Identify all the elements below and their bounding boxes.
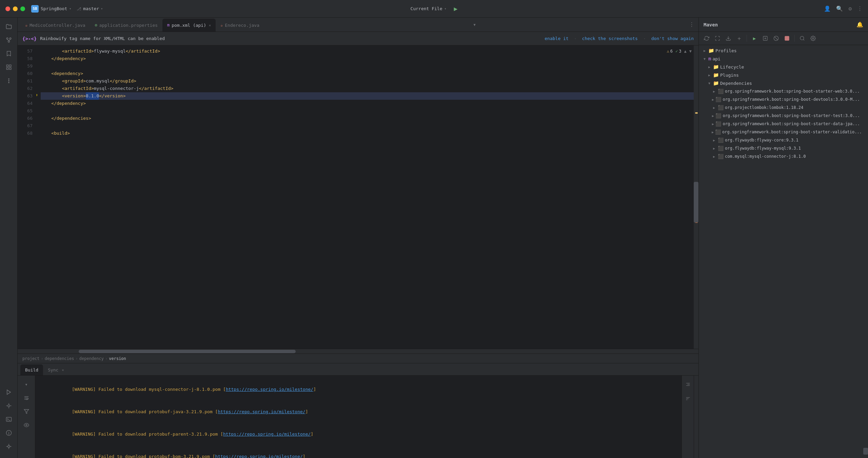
tree-dep-1[interactable]: ▶ ⬛ org.springframework.boot:spring-boot… [699, 87, 863, 95]
sidebar-item-more[interactable] [3, 75, 15, 87]
code-line-57[interactable]: <artifactId>flyway-mysql</artifactId> [41, 47, 694, 55]
log-link-1[interactable]: https://repo.spring.io/milestone/ [226, 387, 313, 392]
tree-dep-6[interactable]: ▶ ⬛ org.springframework.boot:spring-boot… [699, 128, 863, 136]
sidebar-item-folder[interactable] [3, 20, 15, 33]
code-content[interactable]: ⚠ 6 ✓ 3 ▲ ▼ <artifactId>flyway-mysql</ar… [37, 45, 694, 349]
dep3-icon: ⬛ [718, 105, 724, 110]
code-line-59[interactable] [41, 62, 694, 70]
bottom-tab-sync-close[interactable]: ✕ [62, 368, 64, 372]
maven-run-button[interactable]: ▶ [750, 34, 759, 43]
tree-item-plugins[interactable]: ▶ 📁 Plugins [699, 71, 863, 79]
code-line-64[interactable]: </dependency> [41, 100, 694, 107]
sidebar-item-problems[interactable] [3, 427, 15, 439]
sidebar-item-terminal[interactable] [3, 413, 15, 425]
maven-scroll-thumb[interactable] [863, 448, 868, 455]
bottom-tab-build[interactable]: Build [20, 364, 43, 375]
close-window-button[interactable] [5, 6, 10, 11]
log-line-1: [WARNING] Failed to download mysql-conne… [40, 378, 677, 401]
code-line-63[interactable]: 💡 <version>8.1.0</version> [41, 92, 694, 100]
bottom-align-right-icon[interactable] [682, 378, 694, 390]
tree-dep-8[interactable]: ▶ ⬛ org.flywaydb:flyway-mysql:9.3.1 [699, 144, 863, 152]
maven-expand-button[interactable] [713, 34, 722, 43]
tab-pom-close-button[interactable]: ✕ [209, 23, 211, 27]
maven-skip-button[interactable] [772, 34, 781, 43]
notification-screenshots-link[interactable]: check the screenshots [582, 36, 638, 41]
sidebar-item-run[interactable] [3, 386, 15, 398]
log-link-2[interactable]: https://repo.spring.io/milestone/ [218, 409, 305, 414]
bottom-wrap-icon[interactable] [20, 392, 33, 404]
code-line-67[interactable] [41, 122, 694, 130]
breadcrumb-version[interactable]: version [109, 356, 126, 361]
tree-dep-4[interactable]: ▶ ⬛ org.springframework.boot:spring-boot… [699, 112, 863, 120]
notification-dont-show-link[interactable]: don't show again [651, 36, 694, 41]
tab-medico[interactable]: ☕ MedicoController.java [20, 19, 90, 32]
tree-item-dependencies[interactable]: ▼ 📁 Dependencies [699, 79, 863, 87]
sidebar-item-structure[interactable] [3, 61, 15, 73]
tree-dep-7[interactable]: ▶ ⬛ org.flywaydb:flyway-core:9.3.1 [699, 136, 863, 144]
code-line-68[interactable]: <build> [41, 130, 694, 137]
sidebar-item-git[interactable] [3, 440, 15, 453]
bottom-panel: Build Sync ✕ ▾ [18, 363, 698, 458]
tree-item-profiles[interactable]: ▶ 📁 Profiles [699, 46, 863, 55]
settings-icon[interactable]: ⚙ [848, 5, 852, 12]
tree-dep-9[interactable]: ▶ ⬛ com.mysql:mysql-connector-j:8.1.0 [699, 152, 863, 160]
tree-dep-5[interactable]: ▶ ⬛ org.springframework.boot:spring-boot… [699, 120, 863, 128]
more-icon[interactable]: ⋮ [857, 5, 863, 12]
bottom-tab-sync[interactable]: Sync ✕ [43, 364, 68, 375]
tab-application[interactable]: ⚙ application.properties [90, 19, 162, 32]
h-scroll-thumb[interactable] [79, 350, 296, 353]
scroll-thumb[interactable] [694, 182, 698, 223]
sidebar-item-bookmark[interactable] [3, 47, 15, 60]
bottom-eye-icon[interactable] [20, 419, 33, 431]
maven-refresh-button[interactable] [702, 34, 711, 43]
code-line-58[interactable]: </dependency> [41, 55, 694, 62]
breadcrumb-dependencies[interactable]: dependencies [45, 356, 74, 361]
svg-rect-14 [6, 417, 11, 421]
maximize-window-button[interactable] [20, 6, 25, 11]
maven-execute-button[interactable] [761, 34, 770, 43]
tree-item-lifecycle[interactable]: ▶ 📁 Lifecycle [699, 63, 863, 71]
maven-search-button[interactable] [798, 34, 807, 43]
notification-enable-link[interactable]: enable it [545, 36, 568, 41]
bottom-scrollbar[interactable] [694, 376, 698, 458]
tab-endereco[interactable]: ☕ Endereco.java [216, 19, 264, 32]
maven-bell-icon[interactable]: 🔔 [856, 21, 863, 28]
bottom-sort-icon[interactable] [682, 393, 694, 405]
maven-scrollbar[interactable] [863, 45, 868, 458]
code-line-65[interactable] [41, 107, 694, 115]
tabs-options-button[interactable]: ⋮ [685, 21, 698, 28]
horizontal-scrollbar[interactable] [18, 349, 698, 354]
code-line-66[interactable]: </dependencies> [41, 115, 694, 122]
bulb-icon[interactable]: 💡 [37, 92, 38, 100]
run-button[interactable]: ▶ [454, 5, 458, 12]
maven-download-button[interactable] [724, 34, 733, 43]
tree-dep-3[interactable]: ▶ ⬛ org.projectlombok:lombok:1.18.24 [699, 103, 863, 112]
code-line-61[interactable]: <groupId>com.mysql</groupId> [41, 77, 694, 85]
log-link-4[interactable]: https://repo.spring.io/milestone/ [215, 454, 303, 458]
minimize-window-button[interactable] [13, 6, 18, 11]
sidebar-item-debug[interactable] [3, 400, 15, 412]
profiles-folder-icon: 📁 [708, 48, 714, 53]
log-link-3[interactable]: https://repo.spring.io/milestone/ [223, 432, 311, 437]
breadcrumb-project[interactable]: project [22, 356, 40, 361]
log-area[interactable]: [WARNING] Failed to download mysql-conne… [35, 376, 682, 458]
tree-item-api[interactable]: ▼ m api [699, 55, 863, 63]
code-line-62[interactable]: <artifactId>mysql-connector-j</artifactI… [41, 85, 694, 92]
tree-dep-2[interactable]: ▶ ⬛ org.springframework.boot:spring-boot… [699, 95, 863, 103]
maven-stop-button[interactable] [783, 34, 791, 43]
sidebar-item-vcs[interactable] [3, 34, 15, 46]
tab-pom[interactable]: m pom.xml (api) ✕ [162, 19, 216, 32]
project-label[interactable]: SB SpringBoot ▾ [31, 5, 71, 13]
bottom-filter-icon[interactable] [20, 405, 33, 418]
editor-scrollbar[interactable] [694, 45, 698, 349]
bottom-expand-icon[interactable]: ▾ [20, 378, 33, 390]
svg-rect-31 [785, 36, 789, 40]
tabs-overflow-button[interactable]: ▾ [469, 21, 480, 28]
maven-add-button[interactable]: + [735, 34, 744, 43]
branch-label[interactable]: ⎇ master ▾ [77, 6, 103, 11]
code-line-60[interactable]: <dependency> [41, 70, 694, 77]
breadcrumb-dependency[interactable]: dependency [79, 356, 104, 361]
search-icon[interactable]: 🔍 [836, 5, 843, 12]
user-icon[interactable]: 👤 [824, 5, 831, 12]
maven-settings-button[interactable] [809, 34, 817, 43]
